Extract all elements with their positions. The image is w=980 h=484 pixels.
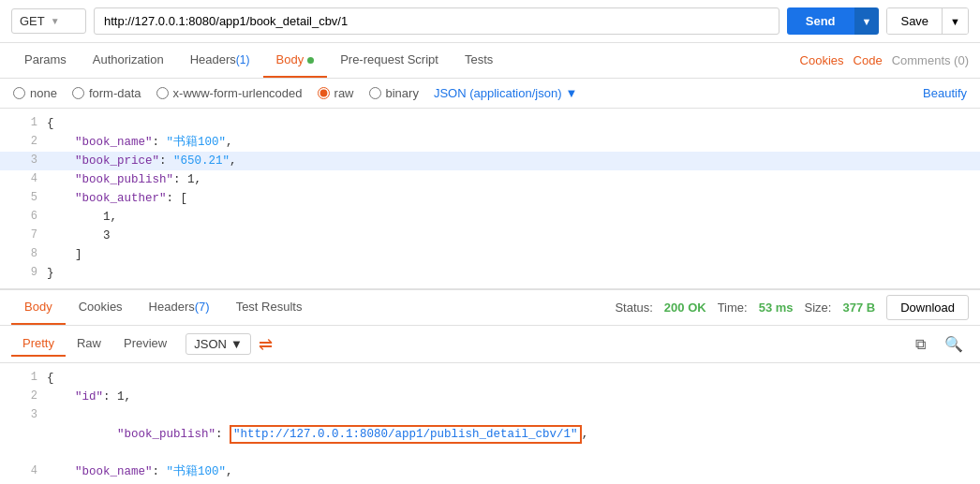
request-tabs: Params Authorization Headers(1) Body Pre… [0,43,980,79]
json-chevron-icon: ▼ [565,86,577,100]
view-tab-pretty[interactable]: Pretty [11,331,66,357]
view-tab-raw[interactable]: Raw [66,331,112,357]
comments-link[interactable]: Comments (0) [892,53,969,67]
headers-badge: (1) [236,53,250,66]
line-num: 6 [9,208,37,226]
tab-authorization[interactable]: Authorization [80,43,177,78]
line-num: 8 [9,245,37,263]
tab-tests[interactable]: Tests [452,43,506,78]
tab-headers[interactable]: Headers(1) [177,43,263,78]
method-select[interactable]: GET ▼ [11,8,86,34]
method-chevron-icon: ▼ [51,16,60,26]
response-json-selector[interactable]: JSON ▼ [186,333,251,355]
tabs-right: Cookies Code Comments (0) [800,53,969,67]
line-num: 9 [9,264,37,282]
req-line-6: 6 1, [0,208,980,227]
send-btn-group: Send ▼ [787,7,880,35]
time-value: 53 ms [759,301,794,315]
resp-tab-cookies[interactable]: Cookies [66,290,136,325]
url-input[interactable] [94,7,780,35]
resp-line-4: 4 "book_name": "书籍100", [0,462,980,481]
resp-tab-headers[interactable]: Headers(7) [136,290,223,325]
urlencoded-option[interactable]: x-www-form-urlencoded [156,86,303,100]
download-button[interactable]: Download [886,295,969,320]
response-code-area[interactable]: 1 { 2 "id": 1, 3 "book_publish": "http:/… [0,363,980,484]
line-num: 4 [9,170,37,188]
status-label: Status: [615,301,652,315]
binary-option[interactable]: binary [369,86,419,100]
resp-line-2: 2 "id": 1, [0,388,980,406]
resp-json-chevron-icon: ▼ [230,337,243,351]
view-tab-preview[interactable]: Preview [112,331,178,357]
line-num: 3 [9,406,37,424]
send-arrow-button[interactable]: ▼ [854,7,880,35]
line-num: 1 [9,369,37,387]
req-line-4: 4 "book_publish": 1, [0,170,980,189]
resp-headers-badge: (7) [195,300,210,314]
code-link[interactable]: Code [854,53,883,67]
tab-body[interactable]: Body [263,43,328,78]
cookies-link[interactable]: Cookies [800,53,844,67]
line-num: 2 [9,133,37,151]
method-label: GET [20,14,45,28]
body-options: none form-data x-www-form-urlencoded raw… [0,79,980,109]
req-line-9: 9 } [0,264,980,283]
json-type-selector[interactable]: JSON (application/json) ▼ [434,86,577,100]
tab-prerequest[interactable]: Pre-request Script [327,43,452,78]
req-line-2: 2 "book_name": "书籍100", [0,133,980,152]
resp-tab-test-results[interactable]: Test Results [223,290,316,325]
top-bar: GET ▼ Send ▼ Save ▼ [0,0,980,43]
resp-line-1: 1 { [0,369,980,388]
send-button[interactable]: Send [787,7,854,35]
line-num: 7 [9,227,37,244]
response-tabs: Body Cookies Headers(7) Test Results Sta… [0,290,980,326]
view-options-right: ⧉ 🔍 [910,333,969,355]
raw-option[interactable]: raw [318,86,354,100]
line-num: 2 [9,388,37,405]
tab-params[interactable]: Params [11,43,80,78]
copy-button[interactable]: ⧉ [910,333,931,355]
line-num: 5 [9,189,37,207]
line-num: 4 [9,462,37,480]
size-value: 377 B [842,301,875,315]
response-status-bar: Status: 200 OK Time: 53 ms Size: 377 B D… [615,295,969,320]
req-line-1: 1 { [0,114,980,133]
line-num: 1 [9,114,37,132]
form-data-option[interactable]: form-data [72,86,141,100]
beautify-button[interactable]: Beautify [923,86,967,100]
line-num: 3 [9,152,37,169]
request-code-area[interactable]: 1 { 2 "book_name": "书籍100", 3 "book_pric… [0,109,980,290]
resp-line-3: 3 "book_publish": "http://127.0.0.1:8080… [0,406,980,462]
status-value: 200 OK [664,301,706,315]
req-line-5: 5 "book_auther": [ [0,189,980,208]
save-button[interactable]: Save [887,8,942,34]
req-line-8: 8 ] [0,245,980,264]
req-line-3: 3 "book_price": "650.21", [0,152,980,170]
body-dot [307,57,314,64]
resp-tab-body[interactable]: Body [11,290,66,325]
none-option[interactable]: none [13,86,57,100]
req-line-7: 7 3 [0,227,980,245]
save-arrow-button[interactable]: ▼ [942,8,968,34]
time-label: Time: [718,301,748,315]
size-label: Size: [805,301,832,315]
save-btn-group: Save ▼ [886,7,969,35]
wrap-icon[interactable]: ⇌ [259,334,273,355]
view-options: Pretty Raw Preview JSON ▼ ⇌ ⧉ 🔍 [0,326,980,363]
search-button[interactable]: 🔍 [939,333,969,355]
